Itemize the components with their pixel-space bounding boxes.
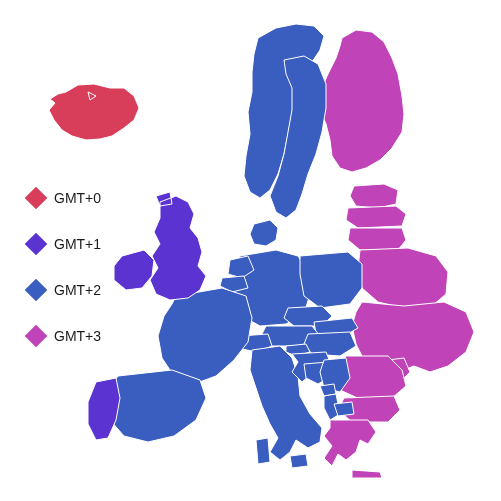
country-greece [324, 420, 382, 478]
region-gmt0 [49, 84, 139, 140]
country-finland [320, 30, 404, 172]
legend-item-gmt0: GMT+0 [28, 190, 101, 206]
country-poland [300, 252, 362, 308]
region-gmt2 [106, 24, 362, 468]
country-denmark [250, 220, 278, 246]
legend-label: GMT+2 [54, 282, 101, 298]
country-iceland [49, 84, 139, 140]
diamond-icon [25, 325, 48, 348]
country-spain [106, 370, 206, 442]
legend-label: GMT+0 [54, 190, 101, 206]
country-estonia [350, 184, 398, 208]
diamond-icon [25, 279, 48, 302]
diamond-icon [25, 233, 48, 256]
country-macedonia [334, 402, 354, 416]
country-uk [150, 192, 206, 300]
country-lithuania [348, 228, 406, 250]
legend-item-gmt1: GMT+1 [28, 236, 101, 252]
country-ireland [114, 250, 154, 290]
legend-label: GMT+1 [54, 236, 101, 252]
country-belarus [358, 248, 448, 308]
legend-label: GMT+3 [54, 328, 101, 344]
diamond-icon [25, 187, 48, 210]
country-latvia [346, 206, 406, 228]
legend-item-gmt3: GMT+3 [28, 328, 101, 344]
country-portugal [88, 378, 120, 440]
legend-item-gmt2: GMT+2 [28, 282, 101, 298]
legend: GMT+0 GMT+1 GMT+2 GMT+3 [28, 190, 101, 344]
